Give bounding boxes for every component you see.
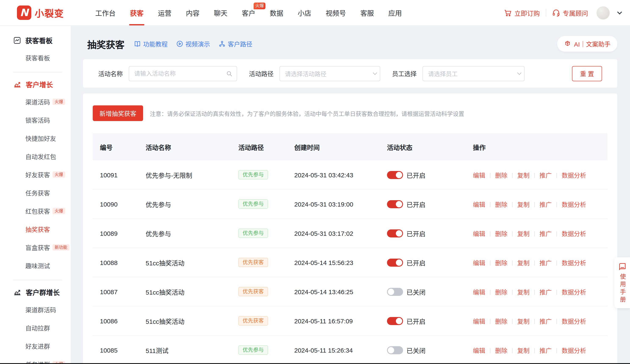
status-toggle[interactable] (387, 200, 403, 208)
brand-logo[interactable]: N 小裂变 (17, 6, 64, 20)
account-chevron-down-icon[interactable] (617, 10, 622, 14)
operation-analytics[interactable]: 数据分析 (562, 346, 586, 354)
operation-separator: | (490, 347, 491, 353)
operation-separator: | (556, 288, 558, 295)
operation-delete[interactable]: 删除 (495, 287, 508, 296)
sidebar-item[interactable]: 渠道群活码 (0, 300, 71, 319)
cell-activity-name: 优先参与-无限制 (146, 170, 238, 179)
user-avatar[interactable] (596, 6, 610, 19)
nav-item-link[interactable]: 内容 (186, 0, 200, 26)
sidebar-section-title[interactable]: 客户增长 (0, 79, 71, 89)
sidebar-section-title[interactable]: 获客看板 (0, 35, 71, 45)
sidebar-item[interactable]: 自动发红包 (0, 147, 71, 166)
sidebar-item[interactable]: 自动拉群 (0, 319, 71, 337)
page-link-play[interactable]: 视频演示 (176, 39, 210, 48)
reset-button[interactable]: 重 置 (572, 66, 602, 81)
operation-analytics[interactable]: 数据分析 (562, 316, 586, 325)
status-toggle[interactable] (387, 229, 403, 237)
order-now-link[interactable]: 立即订购 (504, 8, 540, 17)
operation-copy[interactable]: 复制 (518, 346, 530, 354)
page-link-book[interactable]: 功能教程 (134, 39, 168, 48)
staff-select[interactable]: 请选择员工 (422, 66, 524, 81)
operation-analytics[interactable]: 数据分析 (562, 200, 586, 208)
user-manual-tab[interactable]: 使用手册 (614, 257, 630, 308)
nav-item-link[interactable]: 运营 (158, 0, 172, 26)
sidebar-item[interactable]: 趣味测试 (0, 256, 71, 275)
sidebar-item[interactable]: 任务获客 (0, 184, 71, 202)
operation-copy[interactable]: 复制 (518, 229, 530, 238)
advisor-link[interactable]: 专属顾问 (552, 8, 588, 17)
nav-item-link[interactable]: 数据 (270, 0, 283, 26)
operation-promote[interactable]: 推广 (540, 170, 552, 179)
nav-item-link[interactable]: 聊天 (214, 0, 227, 26)
activity-name-input[interactable] (129, 66, 237, 81)
operation-copy[interactable]: 复制 (518, 287, 530, 296)
operation-delete[interactable]: 删除 (495, 258, 508, 267)
operation-analytics[interactable]: 数据分析 (562, 229, 586, 238)
sidebar-item[interactable]: 好友获客火爆 (0, 166, 71, 184)
cell-activity-id: 10085 (100, 346, 146, 354)
operation-delete[interactable]: 删除 (495, 346, 508, 354)
toggle-knob (396, 259, 402, 266)
sidebar-item[interactable]: 盲盒获客新功能 (0, 238, 71, 256)
sidebar-item[interactable]: 好友进群 (0, 337, 71, 355)
nav-item-link[interactable]: 客户火爆 (242, 0, 255, 26)
sidebar-item[interactable]: 任务进群火爆 (0, 355, 71, 364)
sidebar-item[interactable]: 获客看板 (0, 49, 71, 67)
status-toggle[interactable] (387, 346, 403, 354)
operation-delete[interactable]: 删除 (495, 200, 508, 208)
operation-edit[interactable]: 编辑 (473, 170, 485, 179)
sidebar-divider (13, 280, 62, 280)
cell-activity-name: 51cc抽奖活动 (146, 316, 238, 325)
nav-item-link[interactable]: 应用 (388, 0, 402, 26)
sidebar-item[interactable]: 锁客活码 (0, 111, 71, 129)
sidebar-item[interactable]: 渠道活码火爆 (0, 93, 71, 111)
operation-promote[interactable]: 推广 (540, 316, 552, 325)
operation-delete[interactable]: 删除 (495, 229, 508, 238)
operation-promote[interactable]: 推广 (540, 287, 552, 296)
nav-item-link[interactable]: 客服 (360, 0, 374, 26)
nav-item-link[interactable]: 工作台 (95, 0, 116, 26)
screen-bottom-edge (0, 363, 630, 364)
operation-edit[interactable]: 编辑 (473, 229, 485, 238)
cell-created-time: 2024-05-14 15:56:23 (294, 259, 387, 266)
nav-item-link[interactable]: 小店 (298, 0, 311, 26)
operation-promote[interactable]: 推广 (540, 258, 552, 267)
operation-copy[interactable]: 复制 (518, 200, 530, 208)
activity-path-select[interactable]: 请选择活动路径 (280, 66, 380, 81)
table-row: 10091优先参与-无限制优先参与2024-05-31 03:42:43已开启编… (93, 160, 608, 190)
operation-edit[interactable]: 编辑 (473, 258, 485, 267)
operation-copy[interactable]: 复制 (518, 170, 530, 179)
operation-promote[interactable]: 推广 (540, 200, 552, 208)
add-lottery-activity-button[interactable]: 新增抽奖获客 (93, 106, 143, 121)
content-area: 抽奖获客 功能教程视频演示客户路径 AI｜文案助手 活动名称 (71, 26, 630, 364)
operation-edit[interactable]: 编辑 (473, 200, 485, 208)
operation-copy[interactable]: 复制 (518, 258, 530, 267)
operation-edit[interactable]: 编辑 (473, 316, 485, 325)
operation-analytics[interactable]: 数据分析 (562, 258, 586, 267)
operation-promote[interactable]: 推广 (540, 229, 552, 238)
sidebar-item[interactable]: 抽奖获客 (0, 220, 71, 238)
sidebar-section-title[interactable]: 客户群增长 (0, 287, 71, 297)
sidebar-item[interactable]: 快捷加好友 (0, 129, 71, 147)
status-toggle[interactable] (387, 317, 403, 325)
operation-edit[interactable]: 编辑 (473, 287, 485, 296)
nav-item-active[interactable]: 获客 (130, 0, 144, 26)
operation-copy[interactable]: 复制 (518, 316, 530, 325)
cell-operations: 编辑|删除|复制|推广|数据分析 (473, 229, 608, 238)
status-toggle[interactable] (387, 171, 403, 179)
operation-promote[interactable]: 推广 (540, 346, 552, 354)
cell-activity-id: 10087 (100, 288, 146, 295)
operation-analytics[interactable]: 数据分析 (562, 287, 586, 296)
operation-analytics[interactable]: 数据分析 (562, 170, 586, 179)
page-link-path[interactable]: 客户路径 (218, 39, 252, 48)
sidebar-item[interactable]: 红包获客火爆 (0, 202, 71, 220)
status-toggle[interactable] (387, 288, 403, 296)
operation-delete[interactable]: 删除 (495, 316, 508, 325)
operation-delete[interactable]: 删除 (495, 170, 508, 179)
status-toggle[interactable] (387, 258, 403, 266)
ai-copy-assistant-button[interactable]: AI｜文案助手 (557, 36, 617, 52)
operation-edit[interactable]: 编辑 (473, 346, 485, 354)
nav-item-link[interactable]: 视频号 (326, 0, 346, 26)
page-links-holder: 功能教程视频演示客户路径 (134, 39, 261, 48)
